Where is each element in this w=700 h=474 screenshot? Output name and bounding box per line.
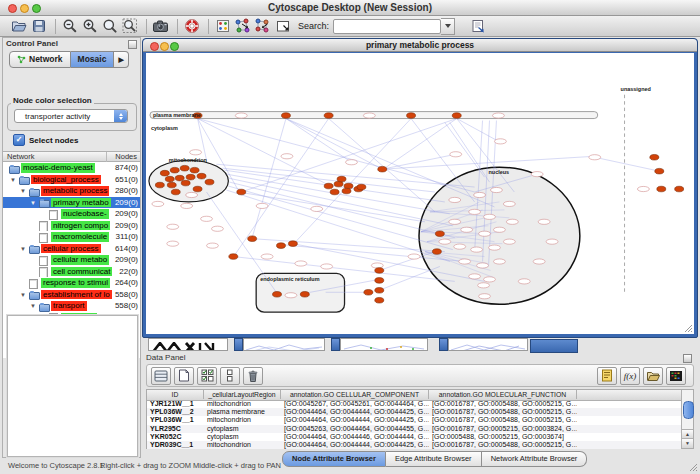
vizmapper-icon[interactable] xyxy=(214,18,231,35)
network-node[interactable] xyxy=(295,261,307,266)
birds-eye-view[interactable] xyxy=(7,315,138,457)
network-node[interactable] xyxy=(346,160,358,165)
network-node[interactable] xyxy=(342,188,351,194)
network-node[interactable] xyxy=(167,182,176,188)
network-modify-icon-2[interactable] xyxy=(254,18,271,35)
network-node[interactable] xyxy=(493,227,505,232)
tree-item[interactable]: macromolecule311(0) xyxy=(3,231,140,243)
delete-attribute-icon[interactable] xyxy=(243,367,263,385)
network-node[interactable] xyxy=(197,173,206,179)
disclosure-triangle-icon[interactable]: ▼ xyxy=(20,243,26,255)
network-node[interactable] xyxy=(461,227,473,232)
disclosure-triangle-icon[interactable]: ▼ xyxy=(30,300,36,312)
network-node[interactable] xyxy=(256,203,268,208)
annotation-icon[interactable] xyxy=(274,18,291,35)
tab-edge-attribute-browser[interactable]: Edge Attribute Browser xyxy=(386,451,482,467)
network-node[interactable] xyxy=(363,113,375,118)
network-node[interactable] xyxy=(493,259,505,264)
network-node[interactable] xyxy=(533,259,545,264)
network-node[interactable] xyxy=(503,239,515,244)
network-node[interactable] xyxy=(589,155,601,160)
app-resize-grip-icon[interactable] xyxy=(689,463,698,472)
network-node[interactable] xyxy=(407,113,416,119)
network-node[interactable] xyxy=(235,113,247,118)
network-node[interactable] xyxy=(165,176,174,182)
network-modify-icon-1[interactable] xyxy=(234,18,251,35)
minimized-window-title-stub[interactable] xyxy=(234,338,243,351)
network-node[interactable] xyxy=(375,268,384,274)
network-edge[interactable] xyxy=(294,119,411,244)
network-node[interactable] xyxy=(538,219,550,224)
minimize-view-icon[interactable] xyxy=(160,42,169,51)
disclosure-triangle-icon[interactable]: ▼ xyxy=(20,289,26,301)
network-node[interactable] xyxy=(273,292,282,298)
column-header[interactable]: _cellularLayoutRegion xyxy=(204,390,281,399)
network-node[interactable] xyxy=(193,186,202,192)
network-node[interactable] xyxy=(471,247,483,252)
zoom-selected-icon[interactable] xyxy=(121,18,138,35)
network-node[interactable] xyxy=(675,186,684,192)
network-node[interactable] xyxy=(155,182,164,188)
network-node[interactable] xyxy=(248,236,257,242)
network-edge[interactable] xyxy=(226,190,449,261)
network-node[interactable] xyxy=(207,243,219,248)
network-node[interactable] xyxy=(479,231,491,236)
table-row[interactable]: YJR121W__1mitochondrion[GO:0045267, GO:0… xyxy=(147,400,681,408)
tab-network-attribute-browser[interactable]: Network Attribute Browser xyxy=(482,451,588,467)
unselect-attributes-icon[interactable] xyxy=(220,367,240,385)
help-icon[interactable] xyxy=(183,18,200,35)
network-node[interactable] xyxy=(180,165,189,171)
disclosure-triangle-icon[interactable]: ▼ xyxy=(20,185,26,197)
table-row[interactable]: YPL036W__2plasma membrane[GO:0044464, GO… xyxy=(147,408,681,416)
column-header[interactable]: annotation.GO MOLECULAR_FUNCTION xyxy=(429,390,577,399)
network-edge[interactable] xyxy=(286,119,352,163)
network-node[interactable] xyxy=(432,249,441,255)
select-attributes-icon[interactable] xyxy=(197,367,217,385)
network-node[interactable] xyxy=(494,139,506,144)
network-node[interactable] xyxy=(450,152,462,157)
network-node[interactable] xyxy=(160,170,169,176)
network-node[interactable] xyxy=(190,150,202,155)
network-node[interactable] xyxy=(167,241,179,246)
network-node[interactable] xyxy=(170,167,179,173)
network-node[interactable] xyxy=(237,189,246,195)
disclosure-triangle-icon[interactable]: ▼ xyxy=(10,174,16,186)
network-node[interactable] xyxy=(531,172,543,177)
attribute-matrix-icon[interactable] xyxy=(666,367,686,385)
tree-item[interactable]: cell communicat22(0) xyxy=(3,266,140,278)
network-node[interactable] xyxy=(205,179,214,185)
network-edge[interactable] xyxy=(286,119,382,170)
network-node[interactable] xyxy=(492,113,504,118)
tree-item[interactable]: mosaic-demo-yeast874(0) xyxy=(3,162,140,174)
column-header[interactable]: annotation.GO CELLULAR_COMPONENT xyxy=(281,390,429,399)
snapshot-icon[interactable] xyxy=(152,18,169,35)
network-canvas-container[interactable]: plasma membrane cytoplasm mitochondrion … xyxy=(146,53,694,334)
network-node[interactable] xyxy=(152,201,164,206)
network-node[interactable] xyxy=(261,254,273,259)
formula-builder-icon[interactable]: f(x) xyxy=(620,367,640,385)
tab-network[interactable]: Network xyxy=(9,51,71,68)
network-node[interactable] xyxy=(371,263,383,268)
network-node[interactable] xyxy=(337,176,346,182)
table-row[interactable]: YPL036W__1mitochondrion[GO:0044464, GO:0… xyxy=(147,416,681,424)
network-node[interactable] xyxy=(321,264,333,269)
network-node[interactable] xyxy=(459,259,471,264)
network-edge[interactable] xyxy=(244,193,425,222)
network-node[interactable] xyxy=(489,245,501,250)
network-node[interactable] xyxy=(330,189,339,195)
network-node[interactable] xyxy=(484,214,496,219)
network-canvas[interactable]: plasma membrane cytoplasm mitochondrion … xyxy=(146,53,694,334)
network-node[interactable] xyxy=(288,241,297,247)
network-node[interactable] xyxy=(435,231,444,237)
table-row[interactable]: YLR295Ccytoplasm[GO:0045263, GO:0044464,… xyxy=(147,425,681,433)
table-row[interactable]: YDR039C__1mitochondrion[GO:0044464, GO:0… xyxy=(147,441,681,449)
network-node[interactable] xyxy=(277,243,286,249)
tree-item[interactable]: response to stimul264(0) xyxy=(3,277,140,289)
attribute-list-icon[interactable] xyxy=(597,367,617,385)
network-node[interactable] xyxy=(637,186,649,191)
network-node[interactable] xyxy=(324,183,333,189)
network-node[interactable] xyxy=(357,184,366,190)
close-view-icon[interactable] xyxy=(150,42,159,51)
network-node[interactable] xyxy=(490,187,502,192)
node-color-dropdown[interactable]: transporter activity xyxy=(14,109,128,123)
